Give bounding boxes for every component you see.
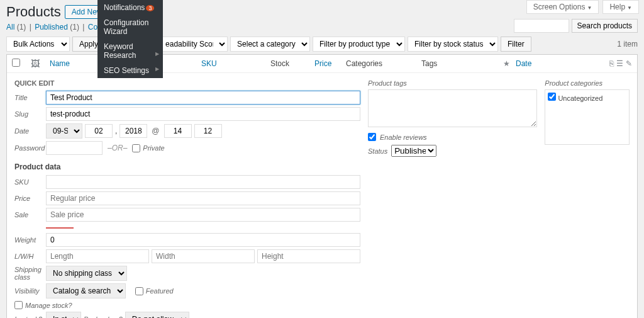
page-title: Products	[6, 4, 61, 20]
quick-edit-panel: QUICK EDIT Title Slug Date 09-Sep , @ Pa…	[7, 73, 637, 318]
col-categories: Categories	[346, 59, 421, 68]
categories-box[interactable]: Uncategorized	[545, 89, 630, 145]
menu-keyword-research[interactable]: Keyword Research▶	[97, 39, 163, 63]
price-input[interactable]	[46, 191, 360, 205]
columns-icon[interactable]: ☰	[616, 59, 623, 68]
readability-select[interactable]: eadability Scores	[158, 37, 228, 52]
filter-button[interactable]: Filter	[501, 37, 531, 52]
stock-status-select[interactable]: Filter by stock status	[408, 37, 498, 52]
sale-input[interactable]	[46, 208, 360, 222]
col-name[interactable]: Name	[50, 59, 70, 68]
bulk-actions-select[interactable]: Bulk Actions	[6, 37, 70, 52]
weight-input[interactable]	[46, 233, 360, 247]
export-icon[interactable]: ⎘	[609, 59, 614, 68]
date-hour-input[interactable]	[164, 124, 192, 138]
featured-column-icon: ★	[503, 59, 516, 68]
title-input[interactable]	[46, 91, 360, 105]
date-month-select[interactable]: 09-Sep	[46, 123, 82, 139]
slug-input[interactable]	[46, 107, 360, 121]
sku-input[interactable]	[46, 175, 360, 189]
yoast-menu: Notifications3 Configuration Wizard Keyw…	[97, 0, 163, 78]
filter-published[interactable]: Published	[35, 23, 68, 31]
product-categories-legend: Product categories	[545, 79, 630, 87]
menu-seo-settings[interactable]: SEO Settings▶	[97, 63, 163, 78]
featured-checkbox[interactable]	[135, 287, 143, 295]
manage-stock-checkbox[interactable]	[14, 301, 23, 309]
filter-all[interactable]: All	[6, 23, 14, 31]
private-checkbox[interactable]	[132, 144, 140, 152]
notification-badge: 3	[146, 5, 154, 11]
menu-config-wizard[interactable]: Configuration Wizard	[97, 15, 163, 39]
col-tags: Tags	[421, 59, 503, 68]
col-date[interactable]: Date	[516, 59, 531, 68]
search-input[interactable]	[514, 19, 569, 33]
product-tags-legend: Product tags	[368, 79, 537, 87]
height-input[interactable]	[257, 249, 360, 263]
shipping-class-select[interactable]: No shipping class	[46, 266, 127, 281]
product-type-select[interactable]: Filter by product type	[313, 37, 405, 52]
select-all-checkbox[interactable]	[12, 59, 20, 67]
date-day-input[interactable]	[85, 124, 113, 138]
status-select[interactable]: Published	[391, 145, 436, 157]
product-data-legend: Product data	[14, 162, 360, 171]
date-minute-input[interactable]	[194, 124, 222, 138]
product-tags-textarea[interactable]	[368, 89, 537, 127]
category-select[interactable]: Select a category	[230, 37, 310, 52]
col-price[interactable]: Price	[314, 59, 331, 68]
image-column-icon: 🖼	[31, 59, 50, 69]
chevron-right-icon: ▶	[155, 51, 159, 57]
search-button[interactable]: Search products	[572, 19, 638, 33]
date-year-input[interactable]	[119, 124, 147, 138]
backorders-select[interactable]: Do not allow	[125, 312, 189, 318]
col-stock: Stock	[270, 59, 314, 68]
chevron-right-icon: ▶	[155, 66, 159, 72]
visibility-select[interactable]: Catalog & search	[46, 283, 126, 298]
instock-select[interactable]: In stock	[46, 312, 81, 318]
menu-notifications[interactable]: Notifications3	[97, 0, 163, 15]
category-uncategorized-checkbox[interactable]	[548, 93, 556, 101]
preview-icon[interactable]: ✎	[626, 59, 632, 68]
width-input[interactable]	[152, 249, 255, 263]
password-input[interactable]	[46, 141, 103, 155]
length-input[interactable]	[46, 249, 149, 263]
item-count: 1 item	[617, 40, 638, 48]
quick-edit-legend: QUICK EDIT	[14, 79, 360, 87]
enable-reviews-checkbox[interactable]	[368, 133, 376, 141]
col-sku[interactable]: SKU	[201, 59, 217, 68]
